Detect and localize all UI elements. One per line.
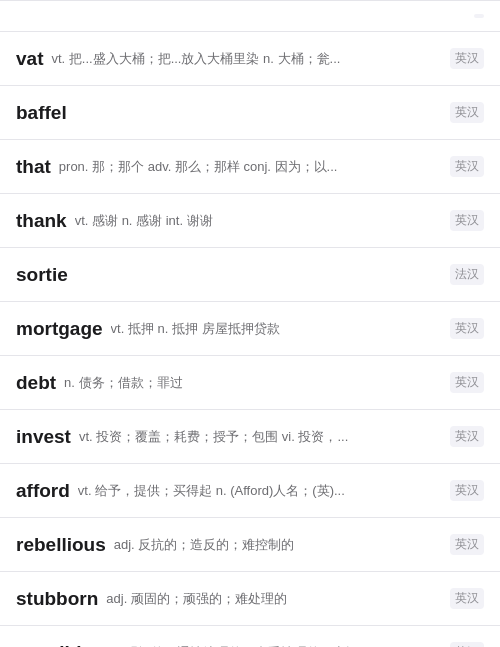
list-item[interactable]: sortie 法汉 (0, 248, 500, 302)
word-tag: 英汉 (450, 642, 484, 647)
word-definition: vt. 给予，提供；买得起 n. (Afford)人名；(英)... (78, 482, 442, 500)
word-definition: adj. 顽固的；顽强的；难处理的 (106, 590, 442, 608)
word-definition: adj. 反抗的；造反的；难控制的 (114, 536, 442, 554)
word-tag: 英汉 (450, 426, 484, 447)
word-label: invest (16, 426, 71, 448)
list-item[interactable]: invest vt. 投资；覆盖；耗费；授予；包围 vi. 投资，... 英汉 (0, 410, 500, 464)
word-definition: n. 债务；借款；罪过 (64, 374, 442, 392)
word-label: sortie (16, 264, 68, 286)
word-label: that (16, 156, 51, 178)
word-definition: vt. 感谢 n. 感谢 int. 谢谢 (75, 212, 442, 230)
word-tag: 英汉 (450, 156, 484, 177)
word-tag: 英汉 (450, 48, 484, 69)
word-label: rebellious (16, 534, 106, 556)
word-tag: 英汉 (450, 534, 484, 555)
word-label: stubborn (16, 588, 98, 610)
list-item[interactable]: thank vt. 感谢 n. 感谢 int. 谢谢 英汉 (0, 194, 500, 248)
word-label: sensible (16, 642, 92, 648)
word-label: afford (16, 480, 70, 502)
word-label: debt (16, 372, 56, 394)
list-item[interactable]: afford vt. 给予，提供；买得起 n. (Afford)人名；(英)..… (0, 464, 500, 518)
word-definition: vt. 把...盛入大桶；把...放入大桶里染 n. 大桶；瓮... (51, 50, 442, 68)
list-item[interactable]: mortgage vt. 抵押 n. 抵押 房屋抵押贷款 英汉 (0, 302, 500, 356)
list-item[interactable]: baffel 英汉 (0, 86, 500, 140)
word-tag: 英汉 (450, 210, 484, 231)
word-tag: 英汉 (450, 372, 484, 393)
word-list: vat vt. 把...盛入大桶；把...放入大桶里染 n. 大桶；瓮... 英… (0, 0, 500, 647)
word-label: thank (16, 210, 67, 232)
list-item[interactable]: vat vt. 把...盛入大桶；把...放入大桶里染 n. 大桶；瓮... 英… (0, 32, 500, 86)
list-item[interactable]: sensible adj. 明智的；通情达理的；合乎情理的；意识... 英汉 (0, 626, 500, 647)
word-definition: vt. 抵押 n. 抵押 房屋抵押贷款 (111, 320, 442, 338)
word-tag: 英汉 (450, 102, 484, 123)
word-tag: 英汉 (450, 318, 484, 339)
top-partial-tag (474, 14, 484, 18)
word-label: baffel (16, 102, 67, 124)
word-definition: vt. 投资；覆盖；耗费；授予；包围 vi. 投资，... (79, 428, 442, 446)
word-label: vat (16, 48, 43, 70)
word-tag: 英汉 (450, 588, 484, 609)
word-tag: 法汉 (450, 264, 484, 285)
word-tag: 英汉 (450, 480, 484, 501)
top-partial-item[interactable] (0, 0, 500, 32)
list-item[interactable]: rebellious adj. 反抗的；造反的；难控制的 英汉 (0, 518, 500, 572)
word-definition: pron. 那；那个 adv. 那么；那样 conj. 因为；以... (59, 158, 442, 176)
word-label: mortgage (16, 318, 103, 340)
list-item[interactable]: stubborn adj. 顽固的；顽强的；难处理的 英汉 (0, 572, 500, 626)
list-item[interactable]: that pron. 那；那个 adv. 那么；那样 conj. 因为；以...… (0, 140, 500, 194)
word-definition: adj. 明智的；通情达理的；合乎情理的；意识... (100, 644, 442, 648)
list-item[interactable]: debt n. 债务；借款；罪过 英汉 (0, 356, 500, 410)
